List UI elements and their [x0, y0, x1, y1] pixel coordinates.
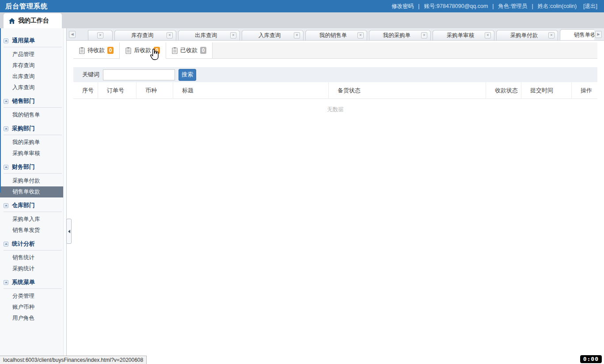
tab-outbound-query[interactable]: 出库查询 ×: [178, 30, 240, 40]
sidebar-section-purchasing[interactable]: 采购部门: [4, 125, 62, 135]
tab-label: 库存查询: [118, 32, 167, 39]
subtab-label: 待收款: [87, 46, 105, 54]
close-tab-icon[interactable]: ×: [294, 32, 300, 38]
sidebar-collapse-handle[interactable]: [66, 219, 72, 244]
sidebar-item-sales-shipping[interactable]: 销售单发货: [0, 225, 66, 236]
tab-label: 我的销售单: [309, 32, 357, 39]
subtab-received[interactable]: 已收款 0: [166, 42, 213, 59]
close-tab-icon[interactable]: ×: [485, 32, 491, 38]
name-label: 姓名:colin(colin): [538, 3, 577, 10]
section-label: 销售部门: [12, 97, 35, 105]
column-header-receipt-status: 收款状态: [486, 82, 521, 99]
subtab-later-receipt-active[interactable]: 后收款 0: [120, 42, 166, 59]
tab-panel: 待收款 0 后收款 0: [67, 41, 604, 364]
sidebar-section-warehouse[interactable]: 仓库部门: [4, 201, 62, 212]
collapse-left-icon: [68, 230, 70, 233]
close-tab-icon[interactable]: ×: [548, 32, 555, 38]
collapse-section-icon[interactable]: [4, 203, 8, 208]
tab-purchase-review[interactable]: 采购单审核 ×: [433, 30, 494, 40]
close-tab-icon[interactable]: ×: [97, 32, 103, 38]
section-label: 系统菜单: [12, 278, 35, 286]
tab-scroll-left-button[interactable]: ◀: [69, 31, 76, 38]
home-icon: [9, 18, 15, 24]
sidebar-section-sales[interactable]: 销售部门: [4, 97, 62, 108]
tab-label: 我的采购单: [372, 32, 421, 39]
sidebar-item-outbound-query[interactable]: 出库查询: [0, 71, 66, 82]
section-items: 分类管理 账户币种 用户角色: [0, 291, 66, 324]
sidebar-item-account-currency[interactable]: 账户币种: [0, 302, 66, 313]
keyword-input[interactable]: [103, 69, 175, 80]
sidebar-accent-strip: [0, 28, 1, 193]
sidebar-item-user-roles[interactable]: 用户角色: [0, 313, 66, 324]
section-items: 我的采购单 采购单审核: [0, 137, 66, 159]
subtab-label: 后收款: [134, 46, 151, 54]
sidebar-item-my-sales-orders[interactable]: 我的销售单: [0, 110, 66, 121]
tab-label: 采购单付款: [500, 32, 548, 39]
tab-inbound-query[interactable]: 入库查询 ×: [242, 30, 304, 40]
close-tab-icon[interactable]: ×: [167, 32, 173, 38]
section-items: 产品管理 库存查询 出库查询 入库查询: [0, 49, 66, 93]
tab-stock-query[interactable]: 库存查询 ×: [114, 30, 176, 40]
tab-sales-receipt-active[interactable]: 销售单收款 ×: [560, 29, 594, 40]
section-label: 仓库部门: [12, 201, 35, 209]
workspace-bar: 我的工作台: [0, 12, 604, 28]
content-area: ◀ × 库存查询 × 出库查询 × 入库查询 ×: [67, 28, 604, 364]
sidebar-section-statistics[interactable]: 统计分析: [4, 240, 62, 250]
workspace-tab-label: 我的工作台: [18, 17, 49, 25]
sidebar-item-sales-receipt[interactable]: 销售单收款: [0, 186, 66, 197]
sidebar-item-purchase-stats[interactable]: 采购统计: [0, 263, 66, 274]
column-header-index: 序号: [73, 82, 98, 99]
tab-my-purchase-orders[interactable]: 我的采购单 ×: [369, 30, 431, 40]
tab-label: 出库查询: [182, 32, 230, 39]
collapse-section-icon[interactable]: [4, 38, 8, 43]
column-header-stock-status: 备货状态: [328, 82, 486, 99]
search-bar: 关键词 搜索: [73, 67, 597, 82]
empty-state-text: 无数据: [73, 99, 597, 114]
subtab-bar-filler: [213, 42, 597, 59]
sidebar-section-common[interactable]: 通用菜单: [4, 37, 62, 47]
collapse-section-icon[interactable]: [4, 280, 8, 285]
sidebar-item-purchase-payment[interactable]: 采购单付款: [0, 175, 66, 186]
column-header-currency: 币种: [136, 82, 173, 99]
section-label: 统计分析: [12, 240, 35, 248]
separator: |: [532, 3, 533, 9]
sidebar-item-purchase-inbound[interactable]: 采购单入库: [0, 214, 66, 225]
table-header-row: 序号 订单号 币种 标题 备货状态 收款状态 提交时间 操作: [73, 82, 597, 99]
close-tab-icon[interactable]: ×: [230, 32, 236, 38]
sidebar-item-sales-stats[interactable]: 销售统计: [0, 252, 66, 263]
sidebar-item-stock-query[interactable]: 库存查询: [0, 60, 66, 71]
top-header: 后台管理系统 修改密码 | 账号:978478090@qq.com | 角色:管…: [0, 0, 604, 12]
sidebar-section-system[interactable]: 系统菜单: [4, 278, 62, 289]
close-tab-icon[interactable]: ×: [421, 32, 427, 38]
recording-timer: 0:00: [580, 355, 602, 363]
sidebar-scrollbar[interactable]: [63, 28, 66, 364]
tab-scroll-right-button[interactable]: ▶: [595, 31, 602, 38]
sidebar-item-category-mgmt[interactable]: 分类管理: [0, 291, 66, 302]
sidebar-section-finance[interactable]: 财务部门: [4, 163, 62, 174]
tab-truncated[interactable]: ×: [88, 30, 113, 40]
sidebar-item-my-purchase-orders[interactable]: 我的采购单: [0, 137, 66, 148]
receipt-subtabs: 待收款 0 后收款 0: [73, 42, 597, 59]
collapse-section-icon[interactable]: [4, 165, 8, 170]
main-area: 通用菜单 产品管理 库存查询 出库查询 入库查询 销售部门 我的销售单 采购部门…: [0, 28, 604, 364]
sidebar-item-product-mgmt[interactable]: 产品管理: [0, 49, 66, 60]
search-button[interactable]: 搜索: [179, 69, 196, 81]
close-tab-icon[interactable]: ×: [357, 32, 364, 38]
count-badge: 0: [154, 47, 160, 54]
collapse-section-icon[interactable]: [4, 126, 8, 131]
tab-label: 销售单收款: [563, 31, 594, 39]
collapse-section-icon[interactable]: [4, 242, 8, 246]
separator: |: [418, 3, 419, 9]
subtab-pending-receipt[interactable]: 待收款 0: [73, 42, 120, 59]
sidebar-item-purchase-review[interactable]: 采购单审核: [0, 148, 66, 159]
section-label: 通用菜单: [12, 37, 35, 45]
separator: |: [492, 3, 494, 9]
tab-purchase-payment[interactable]: 采购单付款 ×: [496, 30, 558, 40]
sidebar-item-inbound-query[interactable]: 入库查询: [0, 82, 66, 93]
logout-link[interactable]: [退出]: [583, 3, 597, 10]
change-password-link[interactable]: 修改密码: [391, 3, 414, 10]
collapse-section-icon[interactable]: [4, 99, 8, 104]
subtab-label: 已收款: [180, 46, 198, 54]
workspace-tab[interactable]: 我的工作台: [4, 13, 62, 28]
tab-my-sales-orders[interactable]: 我的销售单 ×: [305, 30, 367, 40]
